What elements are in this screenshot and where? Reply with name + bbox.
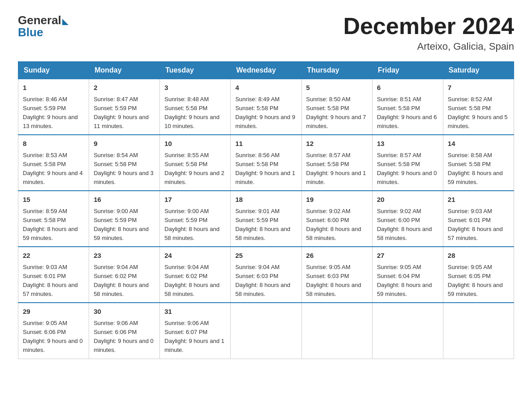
table-row: 8 Sunrise: 8:53 AMSunset: 5:58 PMDayligh…	[18, 135, 89, 191]
day-info: Sunrise: 8:54 AMSunset: 5:58 PMDaylight:…	[94, 152, 154, 185]
day-info: Sunrise: 9:03 AMSunset: 6:01 PMDaylight:…	[23, 264, 78, 297]
col-friday: Friday	[372, 62, 443, 79]
logo: General Blue	[18, 13, 69, 39]
day-number: 16	[94, 195, 155, 205]
day-info: Sunrise: 8:49 AMSunset: 5:58 PMDaylight:…	[235, 96, 295, 129]
day-number: 6	[377, 83, 438, 93]
day-number: 4	[235, 83, 296, 93]
page-header: General Blue December 2024 Arteixo, Gali…	[18, 13, 514, 52]
day-info: Sunrise: 8:57 AMSunset: 5:58 PMDaylight:…	[377, 152, 437, 185]
table-row: 26 Sunrise: 9:05 AMSunset: 6:03 PMDaylig…	[301, 247, 372, 303]
day-info: Sunrise: 9:01 AMSunset: 5:59 PMDaylight:…	[235, 208, 290, 241]
day-info: Sunrise: 9:05 AMSunset: 6:03 PMDaylight:…	[306, 264, 361, 297]
day-number: 17	[164, 195, 226, 205]
table-row: 31 Sunrise: 9:06 AMSunset: 6:07 PMDaylig…	[160, 303, 231, 359]
col-wednesday: Wednesday	[231, 62, 301, 79]
day-info: Sunrise: 8:55 AMSunset: 5:58 PMDaylight:…	[164, 152, 224, 185]
table-row: 7 Sunrise: 8:52 AMSunset: 5:58 PMDayligh…	[443, 79, 514, 135]
table-row	[372, 303, 443, 359]
calendar-title: December 2024	[343, 13, 514, 39]
day-info: Sunrise: 9:06 AMSunset: 6:07 PMDaylight:…	[164, 320, 224, 353]
day-info: Sunrise: 9:05 AMSunset: 6:04 PMDaylight:…	[377, 264, 432, 297]
table-row: 17 Sunrise: 9:00 AMSunset: 5:59 PMDaylig…	[160, 191, 231, 247]
calendar-week-row: 8 Sunrise: 8:53 AMSunset: 5:58 PMDayligh…	[18, 135, 514, 191]
table-row: 19 Sunrise: 9:02 AMSunset: 6:00 PMDaylig…	[301, 191, 372, 247]
day-info: Sunrise: 9:04 AMSunset: 6:02 PMDaylight:…	[164, 264, 219, 297]
day-number: 18	[235, 195, 296, 205]
table-row: 22 Sunrise: 9:03 AMSunset: 6:01 PMDaylig…	[18, 247, 89, 303]
day-info: Sunrise: 8:57 AMSunset: 5:58 PMDaylight:…	[306, 152, 366, 185]
day-number: 3	[164, 83, 226, 93]
day-number: 20	[377, 195, 438, 205]
day-number: 10	[164, 139, 226, 149]
day-info: Sunrise: 9:02 AMSunset: 6:00 PMDaylight:…	[377, 208, 432, 241]
day-info: Sunrise: 9:04 AMSunset: 6:02 PMDaylight:…	[94, 264, 149, 297]
table-row: 12 Sunrise: 8:57 AMSunset: 5:58 PMDaylig…	[301, 135, 372, 191]
day-number: 12	[306, 139, 368, 149]
day-info: Sunrise: 8:50 AMSunset: 5:58 PMDaylight:…	[306, 96, 366, 129]
day-info: Sunrise: 8:47 AMSunset: 5:59 PMDaylight:…	[94, 96, 149, 129]
day-number: 28	[448, 251, 509, 261]
table-row: 5 Sunrise: 8:50 AMSunset: 5:58 PMDayligh…	[301, 79, 372, 135]
day-number: 25	[235, 251, 296, 261]
day-info: Sunrise: 9:06 AMSunset: 6:06 PMDaylight:…	[94, 320, 154, 353]
table-row	[301, 303, 372, 359]
day-info: Sunrise: 8:53 AMSunset: 5:58 PMDaylight:…	[23, 152, 83, 185]
day-info: Sunrise: 8:52 AMSunset: 5:58 PMDaylight:…	[448, 96, 508, 129]
table-row: 13 Sunrise: 8:57 AMSunset: 5:58 PMDaylig…	[372, 135, 443, 191]
table-row: 25 Sunrise: 9:04 AMSunset: 6:03 PMDaylig…	[231, 247, 301, 303]
day-info: Sunrise: 8:48 AMSunset: 5:58 PMDaylight:…	[164, 96, 219, 129]
table-row: 6 Sunrise: 8:51 AMSunset: 5:58 PMDayligh…	[372, 79, 443, 135]
col-tuesday: Tuesday	[160, 62, 231, 79]
table-row: 23 Sunrise: 9:04 AMSunset: 6:02 PMDaylig…	[89, 247, 160, 303]
table-row: 28 Sunrise: 9:05 AMSunset: 6:05 PMDaylig…	[443, 247, 514, 303]
day-number: 8	[23, 139, 84, 149]
table-row: 16 Sunrise: 9:00 AMSunset: 5:59 PMDaylig…	[89, 191, 160, 247]
col-sunday: Sunday	[18, 62, 89, 79]
day-number: 14	[448, 139, 509, 149]
day-info: Sunrise: 8:56 AMSunset: 5:58 PMDaylight:…	[235, 152, 295, 185]
day-info: Sunrise: 9:00 AMSunset: 5:59 PMDaylight:…	[164, 208, 219, 241]
table-row: 9 Sunrise: 8:54 AMSunset: 5:58 PMDayligh…	[89, 135, 160, 191]
calendar-week-row: 29 Sunrise: 9:05 AMSunset: 6:06 PMDaylig…	[18, 303, 514, 359]
col-saturday: Saturday	[443, 62, 514, 79]
day-info: Sunrise: 8:46 AMSunset: 5:59 PMDaylight:…	[23, 96, 78, 129]
calendar-header-row: Sunday Monday Tuesday Wednesday Thursday…	[18, 62, 514, 79]
table-row: 2 Sunrise: 8:47 AMSunset: 5:59 PMDayligh…	[89, 79, 160, 135]
day-number: 9	[94, 139, 155, 149]
table-row: 20 Sunrise: 9:02 AMSunset: 6:00 PMDaylig…	[372, 191, 443, 247]
day-info: Sunrise: 9:00 AMSunset: 5:59 PMDaylight:…	[94, 208, 149, 241]
day-info: Sunrise: 9:03 AMSunset: 6:01 PMDaylight:…	[448, 208, 503, 241]
table-row: 21 Sunrise: 9:03 AMSunset: 6:01 PMDaylig…	[443, 191, 514, 247]
day-number: 22	[23, 251, 84, 261]
table-row: 18 Sunrise: 9:01 AMSunset: 5:59 PMDaylig…	[231, 191, 301, 247]
table-row: 3 Sunrise: 8:48 AMSunset: 5:58 PMDayligh…	[160, 79, 231, 135]
day-info: Sunrise: 9:05 AMSunset: 6:06 PMDaylight:…	[23, 320, 83, 353]
day-info: Sunrise: 8:59 AMSunset: 5:58 PMDaylight:…	[23, 208, 78, 241]
day-number: 26	[306, 251, 368, 261]
calendar-week-row: 15 Sunrise: 8:59 AMSunset: 5:58 PMDaylig…	[18, 191, 514, 247]
day-info: Sunrise: 9:04 AMSunset: 6:03 PMDaylight:…	[235, 264, 290, 297]
day-number: 11	[235, 139, 296, 149]
calendar-title-block: December 2024 Arteixo, Galicia, Spain	[343, 13, 514, 52]
day-info: Sunrise: 9:05 AMSunset: 6:05 PMDaylight:…	[448, 264, 503, 297]
day-number: 13	[377, 139, 438, 149]
day-number: 23	[94, 251, 155, 261]
day-number: 7	[448, 83, 509, 93]
day-number: 5	[306, 83, 368, 93]
table-row: 1 Sunrise: 8:46 AMSunset: 5:59 PMDayligh…	[18, 79, 89, 135]
calendar-week-row: 1 Sunrise: 8:46 AMSunset: 5:59 PMDayligh…	[18, 79, 514, 135]
table-row: 14 Sunrise: 8:58 AMSunset: 5:58 PMDaylig…	[443, 135, 514, 191]
table-row: 10 Sunrise: 8:55 AMSunset: 5:58 PMDaylig…	[160, 135, 231, 191]
calendar-table: Sunday Monday Tuesday Wednesday Thursday…	[18, 61, 514, 359]
table-row: 11 Sunrise: 8:56 AMSunset: 5:58 PMDaylig…	[231, 135, 301, 191]
day-number: 19	[306, 195, 368, 205]
table-row: 29 Sunrise: 9:05 AMSunset: 6:06 PMDaylig…	[18, 303, 89, 359]
day-info: Sunrise: 8:51 AMSunset: 5:58 PMDaylight:…	[377, 96, 437, 129]
day-number: 21	[448, 195, 509, 205]
table-row: 24 Sunrise: 9:04 AMSunset: 6:02 PMDaylig…	[160, 247, 231, 303]
day-number: 27	[377, 251, 438, 261]
day-number: 1	[23, 83, 84, 93]
day-number: 24	[164, 251, 226, 261]
day-number: 31	[164, 307, 226, 317]
